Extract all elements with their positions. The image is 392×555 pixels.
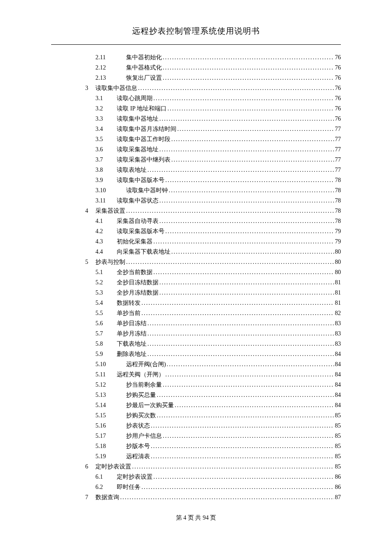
toc-entry-number: 3	[85, 83, 95, 93]
toc-entry: 3.1读取心跳周期76	[51, 93, 341, 104]
toc-entry-number: 5.17	[95, 431, 126, 441]
toc-leader-dots	[165, 175, 334, 185]
toc-leader-dots	[151, 421, 334, 431]
toc-entry-page: 78	[335, 216, 341, 226]
toc-leader-dots	[147, 329, 334, 339]
toc-leader-dots	[138, 83, 334, 93]
toc-entry-number: 3.5	[95, 134, 117, 145]
toc-entry-number: 5.5	[95, 308, 117, 318]
toc-leader-dots	[157, 390, 334, 400]
toc-entry-number: 5.4	[95, 298, 117, 308]
toc-entry-label: 读取集中器版本号	[117, 175, 164, 185]
toc-entry-label: 定时抄表设置	[117, 472, 153, 482]
toc-entry-number: 3.1	[95, 93, 117, 104]
toc-entry-number: 3.11	[95, 196, 117, 206]
toc-entry-number: 5.6	[95, 318, 117, 329]
toc-leader-dots	[175, 400, 334, 410]
toc-leader-dots	[159, 145, 334, 155]
toc-leader-dots	[167, 104, 334, 114]
toc-entry-page: 84	[335, 359, 341, 370]
toc-entry: 5.17抄用户卡信息85	[51, 431, 341, 441]
toc-entry-number: 4.2	[95, 226, 117, 237]
toc-entry-label: 抄表与控制	[95, 257, 125, 267]
toc-leader-dots	[177, 124, 334, 134]
toc-entry-page: 77	[335, 165, 341, 175]
toc-entry-number: 3.7	[95, 155, 117, 165]
toc-leader-dots	[153, 267, 334, 278]
toc-entry-page: 79	[335, 237, 341, 247]
toc-entry-page: 87	[335, 492, 341, 503]
toc-entry-page: 76	[335, 114, 341, 124]
toc-entry-number: 3.3	[95, 114, 117, 124]
toc-entry-label: 定时抄表设置	[95, 462, 131, 472]
toc-entry-page: 79	[335, 226, 341, 237]
toc-entry-label: 即时任务	[117, 482, 141, 492]
toc-entry-label: 读取集中器地址	[117, 114, 159, 124]
toc-entry-page: 78	[335, 185, 341, 196]
toc-entry: 5.8下载表地址83	[51, 339, 341, 349]
toc-entry-page: 78	[335, 196, 341, 206]
toc-entry-label: 读取表地址	[117, 165, 147, 175]
toc-entry-number: 5.15	[95, 410, 126, 421]
toc-leader-dots	[167, 359, 334, 370]
toc-entry: 6.1定时抄表设置86	[51, 472, 341, 482]
footer-middle: 页 共	[186, 515, 203, 521]
toc-entry: 5.2全抄日冻结数据81	[51, 278, 341, 288]
toc-entry-page: 77	[335, 134, 341, 145]
toc-entry-label: 抄购买次数	[126, 410, 156, 421]
toc-entry: 5抄表与控制80	[51, 257, 341, 267]
toc-entry-number: 5.16	[95, 421, 126, 431]
toc-leader-dots	[157, 410, 334, 421]
toc-entry-number: 4	[85, 206, 95, 216]
toc-entry-label: 恢复出厂设置	[126, 73, 162, 83]
toc-entry-label: 全抄月冻结数据	[117, 288, 159, 298]
page-header-title: 远程抄表控制管理系统使用说明书	[51, 26, 341, 37]
toc-entry: 4.4向采集器下载表地址80	[51, 247, 341, 257]
toc-entry: 3读取集中器信息76	[51, 83, 341, 93]
toc-entry-page: 84	[335, 370, 341, 380]
toc-leader-dots	[153, 472, 334, 482]
toc-entry: 5.10远程开阀(合闸)84	[51, 359, 341, 370]
toc-entry-label: 集中器格式化	[126, 63, 162, 73]
toc-entry-label: 读取集中器工作时段	[117, 134, 170, 145]
toc-entry-label: 读取采集器版本号	[117, 226, 164, 237]
toc-entry-page: 76	[335, 73, 341, 83]
toc-entry-page: 76	[335, 93, 341, 104]
toc-entry: 5.19远程清表85	[51, 451, 341, 462]
toc-entry: 5.1全抄当前数据80	[51, 267, 341, 278]
toc-entry-number: 5.3	[95, 288, 117, 298]
toc-entry: 5.7单抄月冻结83	[51, 329, 341, 339]
toc-entry-number: 2.11	[95, 52, 126, 63]
toc-entry: 3.9读取集中器版本号78	[51, 175, 341, 185]
toc-entry-label: 单抄当前	[117, 308, 141, 318]
toc-entry-number: 3.2	[95, 104, 117, 114]
toc-leader-dots	[169, 185, 334, 196]
toc-entry-label: 读取心跳周期	[117, 93, 153, 104]
toc-leader-dots	[151, 451, 334, 462]
toc-entry-page: 81	[335, 278, 341, 288]
toc-leader-dots	[159, 196, 334, 206]
toc-entry: 5.9删除表地址84	[51, 349, 341, 359]
toc-entry-label: 采集器自动寻表	[117, 216, 159, 226]
toc-entry-number: 6.1	[95, 472, 117, 482]
toc-entry-page: 83	[335, 339, 341, 349]
toc-entry: 5.12抄当前剩余量84	[51, 380, 341, 390]
toc-entry-number: 5.19	[95, 451, 126, 462]
toc-leader-dots	[171, 247, 334, 257]
toc-entry: 5.6单抄日冻结83	[51, 318, 341, 329]
toc-leader-dots	[159, 114, 334, 124]
toc-entry: 4.2读取采集器版本号79	[51, 226, 341, 237]
toc-leader-dots	[147, 318, 334, 329]
toc-entry-label: 数据转发	[117, 298, 141, 308]
toc-entry-page: 77	[335, 145, 341, 155]
toc-entry-page: 85	[335, 462, 341, 472]
toc-entry: 3.6读取采集器地址77	[51, 145, 341, 155]
toc-entry-label: 抄版本号	[126, 441, 150, 451]
footer-prefix: 第	[176, 515, 184, 521]
toc-entry: 4.1采集器自动寻表78	[51, 216, 341, 226]
toc-entry-label: 读取集中器状态	[117, 196, 159, 206]
toc-entry: 3.8读取表地址77	[51, 165, 341, 175]
toc-entry: 2.11集中器初始化76	[51, 52, 341, 63]
toc-entry: 4采集器设置78	[51, 206, 341, 216]
toc-entry-page: 83	[335, 329, 341, 339]
